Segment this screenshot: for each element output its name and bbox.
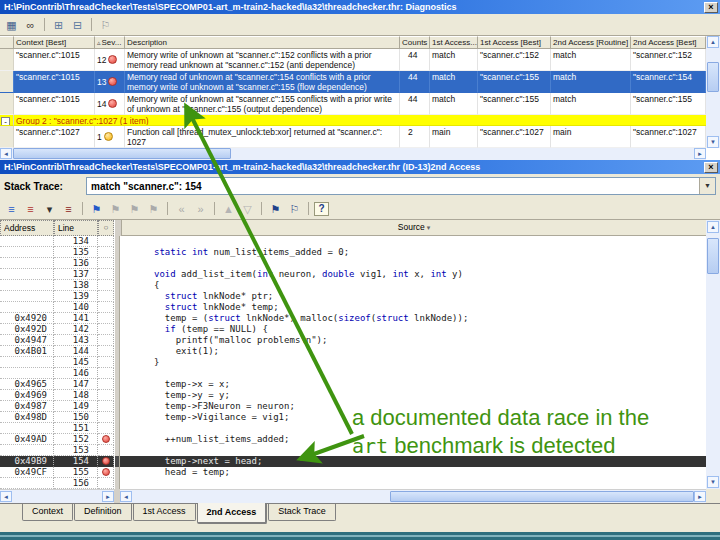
goto-reference-icon[interactable]: ⚐ (286, 201, 303, 217)
view-list-blue-icon[interactable]: ≡ (3, 201, 20, 217)
diagnostic-marker-cell (98, 401, 114, 412)
col-1st-access-routine[interactable]: 1st Access... (430, 36, 478, 49)
column-fit-icon[interactable]: ▦ (3, 17, 20, 33)
code-line[interactable]: 140 struct lnkNode* temp; (0, 302, 720, 313)
collapse-groups-icon[interactable]: ⊟ (69, 17, 86, 33)
diagnostic-row[interactable]: "scanner.c":101512Memory write of unknow… (0, 49, 706, 71)
find-binoculars-icon[interactable]: ∞ (22, 17, 39, 33)
cell-counts: 44 (400, 49, 430, 71)
filter-down-icon[interactable]: ▽ (239, 201, 256, 217)
code-line-number: 136 (54, 258, 98, 269)
scroll-down-icon[interactable]: ▼ (707, 136, 719, 148)
bookmark-set-icon[interactable]: ⚑ (88, 201, 105, 217)
goto-source-icon[interactable]: ⚑ (267, 201, 284, 217)
code-line-number: 146 (54, 368, 98, 379)
diagnostic-marker-icon (102, 457, 110, 465)
hscroll-thumb[interactable] (13, 148, 231, 159)
code-line-number: 140 (54, 302, 98, 313)
diagnostic-marker-cell (98, 368, 114, 379)
tab-context[interactable]: Context (22, 504, 73, 521)
code-line[interactable]: 0x4965147 temp->x = x; (0, 379, 720, 390)
collapse-expander-icon[interactable]: - (1, 117, 10, 126)
code-line[interactable]: 156 (0, 478, 720, 489)
code-line[interactable]: 0x49CF155 head = temp; (0, 467, 720, 478)
diagnostic-marker-cell (98, 236, 114, 247)
diagnostic-row[interactable]: "scanner.c":10271Function call [thread_m… (0, 126, 706, 148)
source-vertical-scrollbar[interactable]: ▲ ▼ (706, 220, 720, 489)
view-dropdown-icon[interactable]: ▾ (41, 201, 58, 217)
close-button[interactable]: × (704, 2, 718, 13)
scroll-left-icon[interactable]: ◄ (0, 491, 12, 502)
code-line[interactable]: 0x4B01144 exit(1); (0, 346, 720, 357)
diagnostic-row[interactable]: "scanner.c":101514Memory write of unknow… (0, 93, 706, 115)
scroll-up-icon[interactable]: ▲ (707, 36, 719, 48)
tab-stack-trace[interactable]: Stack Trace (268, 504, 336, 521)
filter-up-icon[interactable]: ▲ (220, 201, 237, 217)
line-column-header[interactable]: Line (54, 220, 98, 236)
source-hscrollbar[interactable]: ◄ ► (120, 489, 706, 503)
severity-red-icon (108, 77, 117, 86)
code-address: 0x492D (0, 324, 54, 335)
bookmark-prev-icon[interactable]: ⚑ (126, 201, 143, 217)
code-line[interactable]: 135static int num_list_items_added = 0; (0, 247, 720, 258)
cell-best2: "scanner.c":152 (631, 49, 706, 71)
bookmark-clear-icon[interactable]: ⚑ (145, 201, 162, 217)
tab-2nd-access[interactable]: 2nd Access (197, 503, 268, 524)
scroll-down-icon[interactable]: ▼ (707, 476, 719, 488)
code-line[interactable]: 137void add_list_item(int neuron, double… (0, 269, 720, 280)
view-list-dark-icon[interactable]: ≡ (60, 201, 77, 217)
col-severity[interactable]: ▵Sev... (95, 36, 125, 49)
scroll-right-icon[interactable]: ► (694, 491, 706, 502)
code-line[interactable]: 0x492D142 if (temp == NULL) { (0, 324, 720, 335)
code-line[interactable]: 134 (0, 236, 720, 247)
close-button[interactable]: × (704, 162, 718, 173)
help-icon[interactable]: ? (314, 202, 329, 216)
view-list-red-icon[interactable]: ≡ (22, 201, 39, 217)
code-line[interactable]: 139 struct lnkNode* ptr; (0, 291, 720, 302)
code-line[interactable]: 0x4969148 temp->y = y; (0, 390, 720, 401)
col-counts[interactable]: Counts (400, 36, 430, 49)
code-address (0, 269, 54, 280)
combo-dropdown-icon[interactable]: ▼ (699, 178, 715, 194)
col-context[interactable]: Context [Best] (14, 36, 95, 49)
tab-1st-access[interactable]: 1st Access (133, 504, 196, 521)
prev-access-icon[interactable]: « (173, 201, 190, 217)
code-line[interactable]: 138{ (0, 280, 720, 291)
code-line[interactable]: 146 (0, 368, 720, 379)
vscroll-thumb[interactable] (707, 238, 719, 274)
col-description[interactable]: Description (125, 36, 400, 49)
bookmark-next-icon[interactable]: ⚑ (107, 201, 124, 217)
code-line[interactable]: 145} (0, 357, 720, 368)
scroll-left-icon[interactable]: ◄ (120, 491, 132, 502)
expand-groups-icon[interactable]: ⊞ (50, 17, 67, 33)
scroll-right-icon[interactable]: ► (694, 148, 706, 159)
diagnostics-vertical-scrollbar[interactable]: ▲ ▼ (706, 36, 720, 148)
col-2nd-access-routine[interactable]: 2nd Access [Routine] (551, 36, 631, 49)
tab-definition[interactable]: Definition (74, 504, 132, 521)
source-column-header[interactable]: Source▾ (122, 220, 706, 236)
diagnostics-horizontal-scrollbar[interactable]: ◄ ► (0, 148, 706, 160)
marker-column-header[interactable]: ○ (98, 220, 114, 236)
vscroll-thumb[interactable] (707, 62, 719, 92)
code-line[interactable]: 136 (0, 258, 720, 269)
diagnostic-marker-cell (98, 346, 114, 357)
next-access-icon[interactable]: » (192, 201, 209, 217)
address-column-header[interactable]: Address (0, 220, 54, 236)
scroll-left-icon[interactable]: ◄ (0, 148, 12, 159)
scroll-right-icon[interactable]: ► (102, 491, 114, 502)
scroll-up-icon[interactable]: ▲ (707, 221, 719, 233)
left-pane-hscrollbar[interactable]: ◄ ► (0, 489, 114, 503)
group-row[interactable]: -Group 2 : "scanner.c":1027 (1 item) (0, 115, 706, 126)
code-source-text: temp->x = x; (120, 379, 720, 390)
diagnostic-row[interactable]: "scanner.c":101513Memory read of unknown… (0, 71, 706, 93)
pane-splitter[interactable] (114, 220, 122, 236)
col-1st-access-best[interactable]: 1st Access [Best] (478, 36, 551, 49)
code-line-number: 148 (54, 390, 98, 401)
cell-gutter (0, 71, 14, 93)
col-2nd-access-best[interactable]: 2nd Access [Best] (631, 36, 706, 49)
code-line[interactable]: 0x4947143 printf("malloc problems\n"); (0, 335, 720, 346)
stack-trace-combobox[interactable]: match "scanner.c": 154 ▼ (86, 177, 716, 195)
hscroll-thumb[interactable] (390, 491, 695, 502)
flag-icon[interactable]: ⚐ (97, 17, 114, 33)
code-line[interactable]: 0x4920141 temp = (struct lnkNode*) mallo… (0, 313, 720, 324)
